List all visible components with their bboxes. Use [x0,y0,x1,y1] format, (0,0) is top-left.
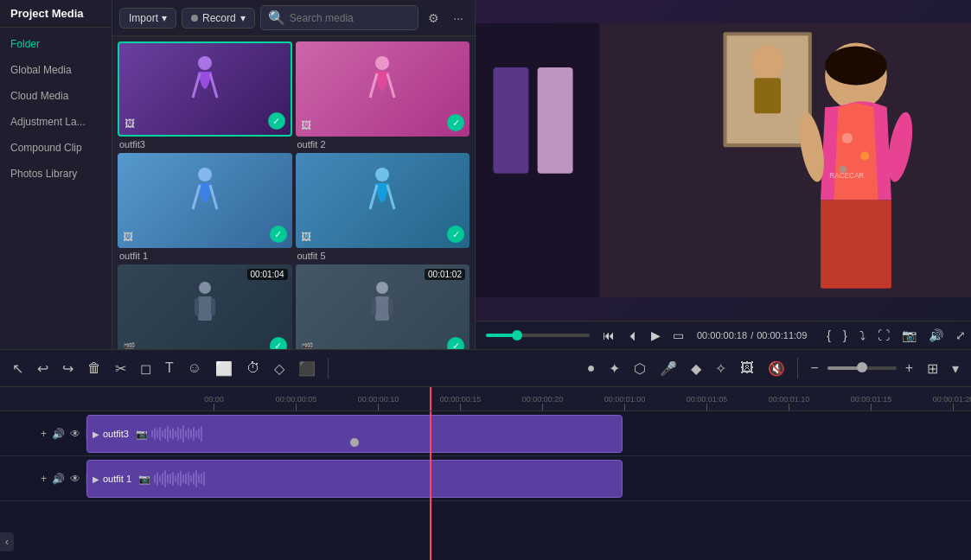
track-add-button-1[interactable]: + [41,428,47,440]
preview-controls: ⏮ ⏴ ▶ ▭ 00:00:00:18 / 00:00:11:09 { } ⤵ … [476,321,971,349]
audio-button[interactable]: 🔊 [924,327,948,344]
media-item-video1[interactable]: 00:01:04 🎬 ✓ [118,264,292,349]
cut-button[interactable]: ✂ [110,357,131,380]
preview-panel: RACECAR ⏮ ⏴ ▶ ▭ 00:00:00:18 / 00:00:11:0… [476,0,971,349]
track-clip-outfit3[interactable]: ▶ outfit3 📷 [86,415,623,453]
zoom-out-button[interactable]: − [805,357,823,379]
undo-button[interactable]: ↩ [32,357,54,380]
image-button[interactable]: 🖼 [735,357,759,379]
ruler-mark-3: 00:00:00:15 [419,395,501,410]
ruler-mark-0: 00:00 [173,395,255,410]
svg-point-0 [198,56,212,70]
color-button[interactable]: ● [582,357,601,379]
expand-button[interactable]: ⤢ [951,327,970,344]
play-button[interactable]: ▶ [647,327,665,344]
sidebar-item-photos-library[interactable]: Photos Library [0,161,112,187]
motion-button[interactable]: ✧ [710,357,731,380]
import-button[interactable]: Import ▾ [119,8,176,29]
fullscreen-button[interactable]: ⛶ [873,327,894,344]
media-item-outfit1[interactable]: 🖼 ✓ outfit 1 [118,153,292,261]
redo-button[interactable]: ↪ [57,357,79,380]
clip-camera-icon-2: 📷 [138,474,150,485]
track-volume-button-1[interactable]: 🔊 [52,428,65,440]
video-icon-1: 🎬 [123,342,136,349]
svg-point-1 [375,56,389,70]
image-icon-3: 🖼 [123,231,133,243]
insert-button[interactable]: ⤵ [855,327,870,344]
sidebar-item-compound-clip[interactable]: Compound Clip [0,135,112,161]
track-clip-outfit1[interactable]: ▶ outfit 1 📷 [86,460,623,498]
toolbar-separator [328,358,329,379]
in-point-button[interactable]: { [822,327,835,344]
svg-rect-5 [198,296,212,321]
media-item-outfit3[interactable]: 🖼 ✓ outfit3 [118,41,292,150]
frame-back-button[interactable]: ⏴ [623,327,643,344]
clip-video-icon: ▶ [93,430,99,439]
ruler-mark-2: 00:00:00:10 [337,395,419,410]
keyframe-button[interactable]: ◆ [686,357,706,380]
sidebar-item-adjustment-layer[interactable]: Adjustment La... [0,109,112,135]
crop-button[interactable]: ◻ [135,357,157,380]
record-chevron-icon: ▾ [240,12,246,24]
mask-button[interactable]: ⬡ [629,357,651,380]
svg-rect-19 [538,67,573,174]
timeline: 00:00 00:00:00:05 00:00:00:10 00:00:00:1… [0,387,971,560]
progress-knob[interactable] [512,330,522,340]
pointer-tool[interactable]: ↖ [7,357,29,380]
media-item-outfit2[interactable]: 🖼 ✓ outfit 2 [296,41,470,150]
svg-rect-18 [493,67,528,174]
toolbar-separator-2 [797,358,798,379]
track-volume-button-2[interactable]: 🔊 [52,473,65,485]
mute-button[interactable]: 🔇 [763,357,790,380]
media-label-outfit5: outfit 5 [296,251,470,261]
sticker-button[interactable]: ☺ [182,357,207,379]
overlay-button[interactable]: ⬜ [210,357,238,380]
speed-button[interactable]: ⏱ [241,357,265,379]
freeze-button[interactable]: ⬛ [293,357,321,380]
video-icon-2: 🎬 [301,342,314,349]
audio-track-button[interactable]: 🎤 [655,357,682,380]
out-point-button[interactable]: } [839,327,852,344]
more-button[interactable]: ▾ [947,357,964,380]
media-thumb-outfit3: 🖼 ✓ [118,41,292,137]
record-button[interactable]: Record ▾ [182,8,255,29]
snapshot-button[interactable]: 📷 [898,327,921,344]
more-options-button[interactable]: ··· [449,10,468,27]
grid-view-button[interactable]: ⊞ [922,357,943,380]
svg-rect-9 [375,296,389,321]
svg-point-2 [198,168,212,181]
zoom-knob[interactable] [857,362,867,372]
transition-button[interactable]: ◇ [269,357,290,380]
sidebar-item-folder[interactable]: Folder [0,31,112,57]
search-input[interactable] [290,12,412,24]
clip-camera-icon: 📷 [136,429,148,440]
track-add-button-2[interactable]: + [41,473,47,485]
zoom-in-button[interactable]: + [900,357,918,379]
outfit1-figure-icon [188,166,222,235]
track-visible-button-2[interactable]: 👁 [70,473,80,485]
delete-button[interactable]: 🗑 [82,357,106,379]
progress-bar[interactable] [486,334,590,337]
filter-button[interactable]: ⚙ [424,10,444,27]
svg-rect-22 [821,200,891,289]
media-item-video2[interactable]: 00:01:02 🎬 ✓ [296,264,470,349]
media-panel: Import ▾ Record ▾ 🔍 ⚙ ··· [112,0,476,349]
frame-forward-button[interactable]: ▭ [668,327,688,344]
svg-rect-7 [211,298,215,315]
check-badge-video2: ✓ [447,337,464,349]
effects-button[interactable]: ✦ [604,357,625,380]
svg-rect-11 [388,298,393,315]
track-visible-button-1[interactable]: 👁 [70,428,80,440]
ruler-mark-9: 00:00:01:20 [912,395,971,410]
ruler-mark-7: 00:00:01:10 [748,395,830,410]
sidebar-item-cloud-media[interactable]: Cloud Media [0,83,112,109]
image-icon-2: 🖼 [301,119,311,131]
sidebar-item-global-media[interactable]: Global Media [0,57,112,83]
media-item-outfit5[interactable]: 🖼 ✓ outfit 5 [296,153,470,261]
rewind-button[interactable]: ⏮ [598,327,619,344]
track-row-2: + 🔊 👁 ▶ outfit 1 📷 [0,456,971,501]
video2-figure-icon [365,277,399,347]
track-controls-1: + 🔊 👁 [0,428,86,440]
zoom-bar[interactable] [827,366,897,370]
text-button[interactable]: T [160,357,179,379]
